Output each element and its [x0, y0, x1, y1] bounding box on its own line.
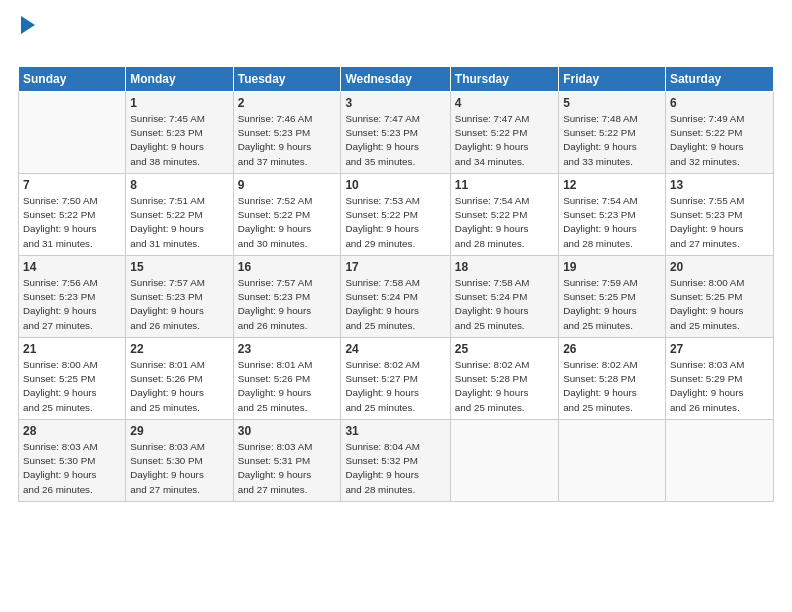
calendar-cell: 3Sunrise: 7:47 AMSunset: 5:23 PMDaylight…	[341, 92, 450, 174]
calendar-cell: 8Sunrise: 7:51 AMSunset: 5:22 PMDaylight…	[126, 174, 233, 256]
calendar-cell: 11Sunrise: 7:54 AMSunset: 5:22 PMDayligh…	[450, 174, 558, 256]
day-info: Sunrise: 7:51 AMSunset: 5:22 PMDaylight:…	[130, 194, 228, 251]
day-info: Sunrise: 8:03 AMSunset: 5:30 PMDaylight:…	[130, 440, 228, 497]
day-info: Sunrise: 8:02 AMSunset: 5:28 PMDaylight:…	[455, 358, 554, 415]
day-number: 16	[238, 260, 337, 274]
calendar-cell: 22Sunrise: 8:01 AMSunset: 5:26 PMDayligh…	[126, 338, 233, 420]
weekday-header-wednesday: Wednesday	[341, 67, 450, 92]
day-number: 20	[670, 260, 769, 274]
calendar-cell: 30Sunrise: 8:03 AMSunset: 5:31 PMDayligh…	[233, 420, 341, 502]
day-number: 29	[130, 424, 228, 438]
day-info: Sunrise: 8:03 AMSunset: 5:29 PMDaylight:…	[670, 358, 769, 415]
calendar-cell: 12Sunrise: 7:54 AMSunset: 5:23 PMDayligh…	[559, 174, 666, 256]
calendar-week-3: 14Sunrise: 7:56 AMSunset: 5:23 PMDayligh…	[19, 256, 774, 338]
logo-blue-line	[18, 30, 20, 56]
calendar-cell: 31Sunrise: 8:04 AMSunset: 5:32 PMDayligh…	[341, 420, 450, 502]
day-info: Sunrise: 8:00 AMSunset: 5:25 PMDaylight:…	[23, 358, 121, 415]
day-number: 11	[455, 178, 554, 192]
day-number: 25	[455, 342, 554, 356]
calendar-cell: 20Sunrise: 8:00 AMSunset: 5:25 PMDayligh…	[665, 256, 773, 338]
calendar-cell: 4Sunrise: 7:47 AMSunset: 5:22 PMDaylight…	[450, 92, 558, 174]
day-info: Sunrise: 7:46 AMSunset: 5:23 PMDaylight:…	[238, 112, 337, 169]
day-info: Sunrise: 8:01 AMSunset: 5:26 PMDaylight:…	[238, 358, 337, 415]
day-info: Sunrise: 7:54 AMSunset: 5:23 PMDaylight:…	[563, 194, 661, 251]
calendar-cell: 27Sunrise: 8:03 AMSunset: 5:29 PMDayligh…	[665, 338, 773, 420]
day-info: Sunrise: 7:47 AMSunset: 5:23 PMDaylight:…	[345, 112, 445, 169]
day-info: Sunrise: 8:03 AMSunset: 5:30 PMDaylight:…	[23, 440, 121, 497]
day-number: 28	[23, 424, 121, 438]
calendar-cell: 19Sunrise: 7:59 AMSunset: 5:25 PMDayligh…	[559, 256, 666, 338]
day-info: Sunrise: 7:48 AMSunset: 5:22 PMDaylight:…	[563, 112, 661, 169]
day-number: 1	[130, 96, 228, 110]
calendar-cell: 5Sunrise: 7:48 AMSunset: 5:22 PMDaylight…	[559, 92, 666, 174]
day-number: 12	[563, 178, 661, 192]
logo	[18, 18, 36, 56]
weekday-header-monday: Monday	[126, 67, 233, 92]
day-info: Sunrise: 7:59 AMSunset: 5:25 PMDaylight:…	[563, 276, 661, 333]
day-info: Sunrise: 7:53 AMSunset: 5:22 PMDaylight:…	[345, 194, 445, 251]
day-info: Sunrise: 7:49 AMSunset: 5:22 PMDaylight:…	[670, 112, 769, 169]
calendar-table: SundayMondayTuesdayWednesdayThursdayFrid…	[18, 66, 774, 502]
day-info: Sunrise: 7:58 AMSunset: 5:24 PMDaylight:…	[345, 276, 445, 333]
day-info: Sunrise: 7:55 AMSunset: 5:23 PMDaylight:…	[670, 194, 769, 251]
calendar-week-2: 7Sunrise: 7:50 AMSunset: 5:22 PMDaylight…	[19, 174, 774, 256]
day-number: 10	[345, 178, 445, 192]
day-info: Sunrise: 7:57 AMSunset: 5:23 PMDaylight:…	[130, 276, 228, 333]
day-number: 30	[238, 424, 337, 438]
day-number: 24	[345, 342, 445, 356]
day-info: Sunrise: 7:52 AMSunset: 5:22 PMDaylight:…	[238, 194, 337, 251]
calendar-cell: 25Sunrise: 8:02 AMSunset: 5:28 PMDayligh…	[450, 338, 558, 420]
calendar-cell: 24Sunrise: 8:02 AMSunset: 5:27 PMDayligh…	[341, 338, 450, 420]
day-number: 6	[670, 96, 769, 110]
calendar-cell: 23Sunrise: 8:01 AMSunset: 5:26 PMDayligh…	[233, 338, 341, 420]
logo-line	[18, 18, 36, 34]
day-number: 27	[670, 342, 769, 356]
calendar-cell: 10Sunrise: 7:53 AMSunset: 5:22 PMDayligh…	[341, 174, 450, 256]
calendar-cell: 7Sunrise: 7:50 AMSunset: 5:22 PMDaylight…	[19, 174, 126, 256]
day-info: Sunrise: 8:00 AMSunset: 5:25 PMDaylight:…	[670, 276, 769, 333]
weekday-header-sunday: Sunday	[19, 67, 126, 92]
day-number: 17	[345, 260, 445, 274]
day-info: Sunrise: 7:57 AMSunset: 5:23 PMDaylight:…	[238, 276, 337, 333]
weekday-header-friday: Friday	[559, 67, 666, 92]
day-number: 26	[563, 342, 661, 356]
day-number: 19	[563, 260, 661, 274]
day-info: Sunrise: 7:45 AMSunset: 5:23 PMDaylight:…	[130, 112, 228, 169]
day-info: Sunrise: 8:03 AMSunset: 5:31 PMDaylight:…	[238, 440, 337, 497]
calendar-cell	[665, 420, 773, 502]
day-info: Sunrise: 7:54 AMSunset: 5:22 PMDaylight:…	[455, 194, 554, 251]
logo-arrow-icon	[21, 16, 35, 34]
day-number: 14	[23, 260, 121, 274]
day-number: 13	[670, 178, 769, 192]
header	[18, 18, 774, 56]
calendar-week-1: 1Sunrise: 7:45 AMSunset: 5:23 PMDaylight…	[19, 92, 774, 174]
day-number: 8	[130, 178, 228, 192]
day-number: 3	[345, 96, 445, 110]
calendar-cell: 18Sunrise: 7:58 AMSunset: 5:24 PMDayligh…	[450, 256, 558, 338]
day-info: Sunrise: 8:01 AMSunset: 5:26 PMDaylight:…	[130, 358, 228, 415]
calendar-cell: 9Sunrise: 7:52 AMSunset: 5:22 PMDaylight…	[233, 174, 341, 256]
calendar-cell: 15Sunrise: 7:57 AMSunset: 5:23 PMDayligh…	[126, 256, 233, 338]
day-number: 23	[238, 342, 337, 356]
day-info: Sunrise: 7:56 AMSunset: 5:23 PMDaylight:…	[23, 276, 121, 333]
calendar-cell	[450, 420, 558, 502]
day-info: Sunrise: 7:47 AMSunset: 5:22 PMDaylight:…	[455, 112, 554, 169]
weekday-header-saturday: Saturday	[665, 67, 773, 92]
day-number: 9	[238, 178, 337, 192]
calendar-cell: 29Sunrise: 8:03 AMSunset: 5:30 PMDayligh…	[126, 420, 233, 502]
calendar-cell: 17Sunrise: 7:58 AMSunset: 5:24 PMDayligh…	[341, 256, 450, 338]
day-number: 5	[563, 96, 661, 110]
calendar-cell: 26Sunrise: 8:02 AMSunset: 5:28 PMDayligh…	[559, 338, 666, 420]
calendar-cell: 6Sunrise: 7:49 AMSunset: 5:22 PMDaylight…	[665, 92, 773, 174]
day-number: 21	[23, 342, 121, 356]
calendar-week-4: 21Sunrise: 8:00 AMSunset: 5:25 PMDayligh…	[19, 338, 774, 420]
day-number: 4	[455, 96, 554, 110]
calendar-page: SundayMondayTuesdayWednesdayThursdayFrid…	[0, 0, 792, 612]
calendar-cell	[19, 92, 126, 174]
day-number: 2	[238, 96, 337, 110]
day-info: Sunrise: 8:02 AMSunset: 5:27 PMDaylight:…	[345, 358, 445, 415]
calendar-cell: 21Sunrise: 8:00 AMSunset: 5:25 PMDayligh…	[19, 338, 126, 420]
calendar-cell: 1Sunrise: 7:45 AMSunset: 5:23 PMDaylight…	[126, 92, 233, 174]
calendar-cell: 14Sunrise: 7:56 AMSunset: 5:23 PMDayligh…	[19, 256, 126, 338]
day-info: Sunrise: 8:02 AMSunset: 5:28 PMDaylight:…	[563, 358, 661, 415]
